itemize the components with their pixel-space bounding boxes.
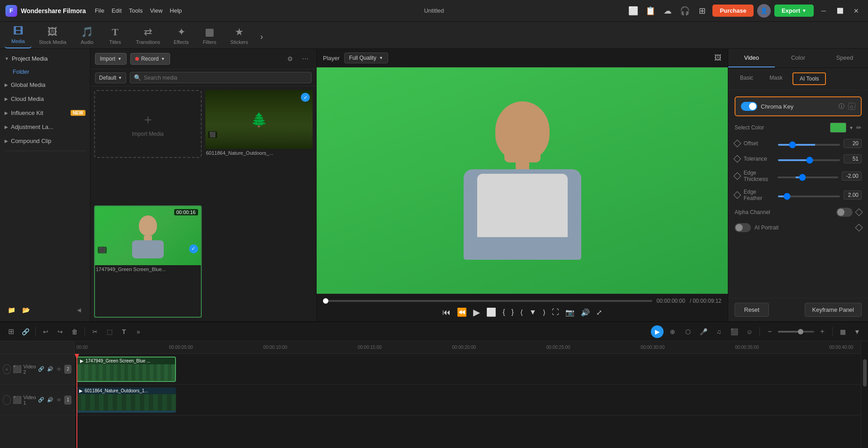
chroma-reset-icon[interactable]: ◇	[848, 103, 855, 110]
track-link-icon[interactable]: 🔗	[38, 365, 45, 374]
toolbar-transitions[interactable]: ⇄ Transitions	[130, 24, 166, 48]
tl-redo-button[interactable]: ↪	[54, 325, 66, 338]
tl-undo-button[interactable]: ↩	[39, 325, 52, 338]
tab-speed[interactable]: Speed	[821, 49, 868, 67]
sub-tab-ai-tools[interactable]: AI Tools	[792, 72, 826, 85]
menu-file[interactable]: File	[95, 7, 104, 14]
menu-edit[interactable]: Edit	[112, 7, 122, 14]
quality-select[interactable]: Full Quality ▼	[344, 52, 388, 63]
chroma-key-toggle[interactable]	[741, 102, 757, 111]
toolbar-audio[interactable]: 🎵 Audio	[74, 24, 101, 48]
ai-portrait-toggle[interactable]	[735, 223, 751, 232]
mark-in-button[interactable]: {	[503, 308, 505, 316]
sidebar-item-influence-kit[interactable]: ▶ Influence Kit NEW	[0, 106, 90, 120]
clip-nature-track[interactable]: ▶ 6011864_Nature_Outdoors_1...	[76, 387, 176, 413]
nav-next-button[interactable]: ⟩	[543, 308, 545, 317]
grid-view-button[interactable]: ▦	[836, 325, 849, 338]
tl-cut-button[interactable]: ✂	[89, 325, 101, 338]
tl-delete-button[interactable]: 🗑	[68, 325, 81, 338]
tl-more-tools[interactable]: »	[132, 325, 145, 338]
audio-toggle-button[interactable]: 🔊	[581, 308, 590, 317]
tl-mic-icon[interactable]: 🎤	[697, 325, 710, 338]
layout-button[interactable]: ⤢	[596, 308, 602, 317]
tl-shield-icon[interactable]: ⬡	[682, 325, 694, 338]
track-eye2-icon[interactable]: 👁	[56, 396, 63, 405]
zoom-out-button[interactable]: −	[764, 325, 776, 338]
avatar[interactable]: 👤	[757, 4, 771, 18]
record-button[interactable]: Record ▼	[130, 53, 170, 65]
toolbar-effects[interactable]: ✦ Effects	[167, 24, 195, 48]
media-clip-nature[interactable]: 🌲 ✓ ⬛ 6011864_Nature_Outdoors_...	[205, 90, 313, 202]
sub-tab-mask[interactable]: Mask	[763, 72, 789, 85]
nav-prev-button[interactable]: ⟨	[520, 308, 523, 317]
reset-button[interactable]: Reset	[735, 303, 769, 317]
tl-clip-speed-icon[interactable]: ⊕	[666, 325, 679, 338]
sidebar-item-cloud-media[interactable]: ▶ Cloud Media	[0, 92, 90, 106]
import-folder-button[interactable]: 📂	[20, 304, 32, 316]
menu-view[interactable]: View	[150, 7, 162, 14]
edge-feather-slider[interactable]	[778, 195, 840, 197]
media-clip-green-screen[interactable]: 00:00:16 ✓ ⬛ 1747949_Green Screen_Blue..…	[94, 205, 202, 318]
cloud-icon[interactable]: ☁	[661, 4, 674, 18]
sidebar-item-project-media[interactable]: ▼ Project Media	[0, 52, 90, 66]
default-dropdown[interactable]: Default ▼	[95, 72, 126, 83]
toolbar-more[interactable]: ›	[255, 30, 268, 43]
stop-button[interactable]: ⬜	[486, 307, 496, 317]
menu-tools[interactable]: Tools	[129, 7, 142, 14]
color-swatch-arrow[interactable]: ▼	[849, 125, 854, 130]
tab-video[interactable]: Video	[728, 49, 775, 67]
color-swatch[interactable]	[830, 123, 846, 133]
sidebar-item-global-media[interactable]: ▶ Global Media	[0, 78, 90, 92]
alpha-channel-toggle[interactable]	[836, 208, 853, 217]
toolbar-stock[interactable]: 🖼 Stock Media	[33, 24, 73, 48]
search-input[interactable]	[144, 75, 308, 81]
purchase-button[interactable]: Purchase	[712, 5, 754, 17]
toolbar-stickers[interactable]: ★ Stickers	[224, 24, 254, 48]
menu-help[interactable]: Help	[170, 7, 182, 14]
track-eye-icon[interactable]: 👁	[56, 365, 63, 374]
tl-add-track-button[interactable]: ⊞	[5, 325, 17, 338]
track-volume-icon[interactable]: 🔊	[47, 365, 54, 374]
clip-green-screen-track[interactable]: ▶ 1747949_Green Screen_Blue ...	[76, 357, 176, 382]
monitor-icon[interactable]: ⬜	[626, 4, 640, 18]
zoom-slider-track[interactable]	[778, 331, 814, 333]
prev-frame-button[interactable]: ⏮	[442, 308, 451, 317]
export-button[interactable]: Export ▼	[774, 5, 814, 17]
image-icon[interactable]: 🖼	[714, 54, 721, 62]
chroma-help-icon[interactable]: ⓘ	[839, 102, 844, 110]
offset-slider[interactable]	[778, 144, 840, 146]
tl-play-circle[interactable]: ▶	[651, 325, 664, 338]
step-back-button[interactable]: ⏪	[457, 307, 467, 317]
search-box[interactable]: 🔍	[130, 72, 312, 83]
sub-tab-basic[interactable]: Basic	[734, 72, 759, 85]
sidebar-item-compound-clip[interactable]: ▶ Compound Clip	[0, 134, 90, 148]
snapshot-button[interactable]: 📷	[565, 308, 574, 317]
fullscreen-button[interactable]: ⛶	[552, 308, 559, 316]
list-view-button[interactable]: ▼	[851, 325, 863, 338]
track-link2-icon[interactable]: 🔗	[38, 396, 45, 405]
close-button[interactable]: ✕	[850, 5, 863, 17]
tl-sticker-icon[interactable]: ☺	[743, 325, 756, 338]
play-button[interactable]: ▶	[473, 307, 480, 318]
tl-crop-button[interactable]: ⬚	[103, 325, 116, 338]
tl-subtitle-icon[interactable]: ⬛	[728, 325, 740, 338]
tl-audio-icon[interactable]: ♫	[712, 325, 725, 338]
eyedropper-icon[interactable]: ✏	[856, 124, 862, 131]
import-media-placeholder[interactable]: ＋ Import Media	[94, 90, 202, 158]
zoom-in-button[interactable]: ＋	[816, 325, 829, 338]
edge-feather-diamond-icon[interactable]	[734, 191, 741, 199]
track-add-button[interactable]: +	[3, 364, 11, 374]
tab-color[interactable]: Color	[775, 49, 821, 67]
track-add-button2[interactable]	[3, 395, 11, 405]
track-vol2-icon[interactable]: 🔊	[47, 396, 54, 405]
nav-dropdown[interactable]: ▼	[529, 308, 536, 316]
ai-portrait-diamond-icon[interactable]	[855, 224, 863, 232]
minimize-button[interactable]: ─	[817, 5, 830, 17]
more-options-icon[interactable]: ⋯	[299, 52, 312, 65]
toolbar-media[interactable]: 🎞 Media	[5, 23, 32, 48]
offset-diamond-icon[interactable]	[734, 140, 741, 148]
edge-thickness-diamond-icon[interactable]	[734, 172, 741, 180]
mark-out-button[interactable]: }	[512, 308, 514, 316]
sidebar-item-folder[interactable]: Folder	[0, 66, 90, 78]
scrubber-track[interactable]	[323, 300, 652, 302]
